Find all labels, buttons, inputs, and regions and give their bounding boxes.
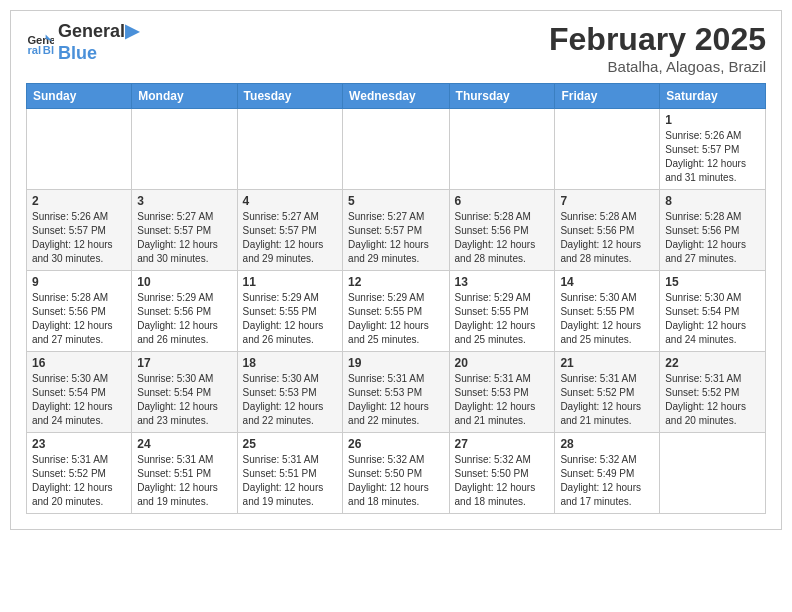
- day-number: 2: [32, 194, 126, 208]
- day-info: Sunrise: 5:31 AM Sunset: 5:53 PM Dayligh…: [348, 372, 443, 428]
- calendar-cell: [27, 109, 132, 190]
- day-info: Sunrise: 5:30 AM Sunset: 5:54 PM Dayligh…: [665, 291, 760, 347]
- day-info: Sunrise: 5:31 AM Sunset: 5:53 PM Dayligh…: [455, 372, 550, 428]
- day-number: 10: [137, 275, 231, 289]
- calendar-cell: 19Sunrise: 5:31 AM Sunset: 5:53 PM Dayli…: [343, 352, 449, 433]
- calendar-cell: 1Sunrise: 5:26 AM Sunset: 5:57 PM Daylig…: [660, 109, 766, 190]
- logo-text: General▶ Blue: [58, 21, 139, 64]
- calendar-cell: [343, 109, 449, 190]
- day-info: Sunrise: 5:32 AM Sunset: 5:50 PM Dayligh…: [455, 453, 550, 509]
- calendar-cell: 21Sunrise: 5:31 AM Sunset: 5:52 PM Dayli…: [555, 352, 660, 433]
- day-number: 5: [348, 194, 443, 208]
- day-info: Sunrise: 5:27 AM Sunset: 5:57 PM Dayligh…: [137, 210, 231, 266]
- calendar-cell: 25Sunrise: 5:31 AM Sunset: 5:51 PM Dayli…: [237, 433, 342, 514]
- svg-text:ral: ral: [27, 44, 41, 56]
- day-info: Sunrise: 5:28 AM Sunset: 5:56 PM Dayligh…: [560, 210, 654, 266]
- day-number: 8: [665, 194, 760, 208]
- weekday-header-sunday: Sunday: [27, 84, 132, 109]
- calendar-cell: 13Sunrise: 5:29 AM Sunset: 5:55 PM Dayli…: [449, 271, 555, 352]
- day-number: 12: [348, 275, 443, 289]
- calendar-cell: [132, 109, 237, 190]
- calendar-cell: 12Sunrise: 5:29 AM Sunset: 5:55 PM Dayli…: [343, 271, 449, 352]
- weekday-header-thursday: Thursday: [449, 84, 555, 109]
- day-number: 9: [32, 275, 126, 289]
- day-number: 15: [665, 275, 760, 289]
- weekday-header-saturday: Saturday: [660, 84, 766, 109]
- calendar-cell: 18Sunrise: 5:30 AM Sunset: 5:53 PM Dayli…: [237, 352, 342, 433]
- day-number: 27: [455, 437, 550, 451]
- calendar-cell: 8Sunrise: 5:28 AM Sunset: 5:56 PM Daylig…: [660, 190, 766, 271]
- week-row-2: 9Sunrise: 5:28 AM Sunset: 5:56 PM Daylig…: [27, 271, 766, 352]
- logo: Gene ral Blue General▶ Blue: [26, 21, 139, 64]
- calendar-cell: 26Sunrise: 5:32 AM Sunset: 5:50 PM Dayli…: [343, 433, 449, 514]
- month-title: February 2025: [549, 21, 766, 58]
- calendar-cell: 10Sunrise: 5:29 AM Sunset: 5:56 PM Dayli…: [132, 271, 237, 352]
- calendar-table: SundayMondayTuesdayWednesdayThursdayFrid…: [26, 83, 766, 514]
- day-info: Sunrise: 5:31 AM Sunset: 5:52 PM Dayligh…: [560, 372, 654, 428]
- day-number: 28: [560, 437, 654, 451]
- day-info: Sunrise: 5:29 AM Sunset: 5:55 PM Dayligh…: [243, 291, 337, 347]
- svg-text:Blue: Blue: [43, 44, 54, 56]
- page: Gene ral Blue General▶ Blue February 202…: [10, 10, 782, 530]
- day-info: Sunrise: 5:32 AM Sunset: 5:49 PM Dayligh…: [560, 453, 654, 509]
- day-number: 14: [560, 275, 654, 289]
- day-number: 22: [665, 356, 760, 370]
- day-number: 21: [560, 356, 654, 370]
- day-info: Sunrise: 5:27 AM Sunset: 5:57 PM Dayligh…: [348, 210, 443, 266]
- day-info: Sunrise: 5:26 AM Sunset: 5:57 PM Dayligh…: [32, 210, 126, 266]
- calendar-cell: 14Sunrise: 5:30 AM Sunset: 5:55 PM Dayli…: [555, 271, 660, 352]
- day-number: 13: [455, 275, 550, 289]
- day-info: Sunrise: 5:30 AM Sunset: 5:54 PM Dayligh…: [32, 372, 126, 428]
- day-number: 19: [348, 356, 443, 370]
- day-number: 7: [560, 194, 654, 208]
- weekday-header-wednesday: Wednesday: [343, 84, 449, 109]
- logo-icon: Gene ral Blue: [26, 29, 54, 57]
- weekday-header-monday: Monday: [132, 84, 237, 109]
- calendar-cell: 6Sunrise: 5:28 AM Sunset: 5:56 PM Daylig…: [449, 190, 555, 271]
- week-row-3: 16Sunrise: 5:30 AM Sunset: 5:54 PM Dayli…: [27, 352, 766, 433]
- calendar-cell: [555, 109, 660, 190]
- calendar-cell: 16Sunrise: 5:30 AM Sunset: 5:54 PM Dayli…: [27, 352, 132, 433]
- calendar-cell: 17Sunrise: 5:30 AM Sunset: 5:54 PM Dayli…: [132, 352, 237, 433]
- calendar-cell: 27Sunrise: 5:32 AM Sunset: 5:50 PM Dayli…: [449, 433, 555, 514]
- day-number: 24: [137, 437, 231, 451]
- calendar-cell: 15Sunrise: 5:30 AM Sunset: 5:54 PM Dayli…: [660, 271, 766, 352]
- day-number: 4: [243, 194, 337, 208]
- calendar-cell: 11Sunrise: 5:29 AM Sunset: 5:55 PM Dayli…: [237, 271, 342, 352]
- day-info: Sunrise: 5:31 AM Sunset: 5:52 PM Dayligh…: [32, 453, 126, 509]
- day-info: Sunrise: 5:30 AM Sunset: 5:54 PM Dayligh…: [137, 372, 231, 428]
- weekday-header-friday: Friday: [555, 84, 660, 109]
- calendar-cell: [660, 433, 766, 514]
- logo-blue: Blue: [58, 43, 139, 65]
- day-info: Sunrise: 5:27 AM Sunset: 5:57 PM Dayligh…: [243, 210, 337, 266]
- calendar-cell: 3Sunrise: 5:27 AM Sunset: 5:57 PM Daylig…: [132, 190, 237, 271]
- calendar-cell: 24Sunrise: 5:31 AM Sunset: 5:51 PM Dayli…: [132, 433, 237, 514]
- calendar-cell: 9Sunrise: 5:28 AM Sunset: 5:56 PM Daylig…: [27, 271, 132, 352]
- calendar-cell: 4Sunrise: 5:27 AM Sunset: 5:57 PM Daylig…: [237, 190, 342, 271]
- day-info: Sunrise: 5:32 AM Sunset: 5:50 PM Dayligh…: [348, 453, 443, 509]
- day-info: Sunrise: 5:28 AM Sunset: 5:56 PM Dayligh…: [32, 291, 126, 347]
- day-number: 25: [243, 437, 337, 451]
- header: Gene ral Blue General▶ Blue February 202…: [26, 21, 766, 75]
- week-row-4: 23Sunrise: 5:31 AM Sunset: 5:52 PM Dayli…: [27, 433, 766, 514]
- calendar-cell: 7Sunrise: 5:28 AM Sunset: 5:56 PM Daylig…: [555, 190, 660, 271]
- day-info: Sunrise: 5:30 AM Sunset: 5:55 PM Dayligh…: [560, 291, 654, 347]
- calendar-cell: [449, 109, 555, 190]
- calendar-cell: 23Sunrise: 5:31 AM Sunset: 5:52 PM Dayli…: [27, 433, 132, 514]
- logo-general: General: [58, 21, 125, 41]
- calendar-cell: 22Sunrise: 5:31 AM Sunset: 5:52 PM Dayli…: [660, 352, 766, 433]
- day-info: Sunrise: 5:29 AM Sunset: 5:55 PM Dayligh…: [455, 291, 550, 347]
- day-number: 11: [243, 275, 337, 289]
- weekday-header-row: SundayMondayTuesdayWednesdayThursdayFrid…: [27, 84, 766, 109]
- day-number: 3: [137, 194, 231, 208]
- calendar-cell: 2Sunrise: 5:26 AM Sunset: 5:57 PM Daylig…: [27, 190, 132, 271]
- calendar-cell: 28Sunrise: 5:32 AM Sunset: 5:49 PM Dayli…: [555, 433, 660, 514]
- calendar-cell: 20Sunrise: 5:31 AM Sunset: 5:53 PM Dayli…: [449, 352, 555, 433]
- day-info: Sunrise: 5:31 AM Sunset: 5:51 PM Dayligh…: [243, 453, 337, 509]
- day-number: 1: [665, 113, 760, 127]
- day-number: 23: [32, 437, 126, 451]
- day-info: Sunrise: 5:30 AM Sunset: 5:53 PM Dayligh…: [243, 372, 337, 428]
- week-row-1: 2Sunrise: 5:26 AM Sunset: 5:57 PM Daylig…: [27, 190, 766, 271]
- weekday-header-tuesday: Tuesday: [237, 84, 342, 109]
- title-block: February 2025 Batalha, Alagoas, Brazil: [549, 21, 766, 75]
